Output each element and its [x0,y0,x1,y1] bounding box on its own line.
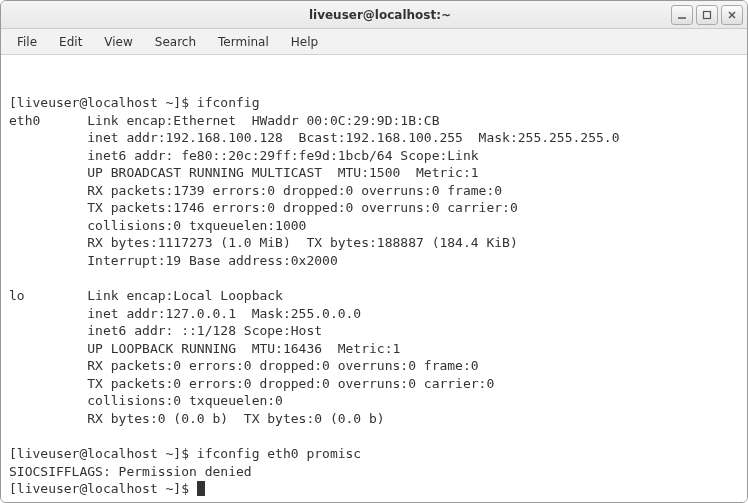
menu-edit[interactable]: Edit [49,32,92,52]
terminal-line: [liveuser@localhost ~]$ ifconfig eth0 pr… [9,445,739,463]
terminal-line: lo Link encap:Local Loopback [9,287,739,305]
terminal-line: RX bytes:0 (0.0 b) TX bytes:0 (0.0 b) [9,410,739,428]
terminal-line: TX packets:1746 errors:0 dropped:0 overr… [9,199,739,217]
minimize-button[interactable] [671,5,693,25]
terminal-line: inet6 addr: ::1/128 Scope:Host [9,322,739,340]
terminal-line: UP BROADCAST RUNNING MULTICAST MTU:1500 … [9,164,739,182]
terminal-line: RX bytes:1117273 (1.0 MiB) TX bytes:1888… [9,234,739,252]
window-title: liveuser@localhost:~ [309,8,451,22]
minimize-icon [677,10,687,20]
svg-rect-1 [703,11,710,18]
terminal-line: inet addr:192.168.100.128 Bcast:192.168.… [9,129,739,147]
menu-view[interactable]: View [94,32,142,52]
close-button[interactable] [721,5,743,25]
terminal-output[interactable]: [liveuser@localhost ~]$ ifconfigeth0 Lin… [1,55,747,502]
terminal-cursor [197,481,205,496]
menu-search[interactable]: Search [145,32,206,52]
terminal-line: RX packets:0 errors:0 dropped:0 overruns… [9,357,739,375]
terminal-line: [liveuser@localhost ~]$ ifconfig [9,94,739,112]
close-icon [727,10,737,20]
prompt-current: [liveuser@localhost ~]$ [9,481,197,496]
maximize-button[interactable] [696,5,718,25]
terminal-line: inet addr:127.0.0.1 Mask:255.0.0.0 [9,305,739,323]
maximize-icon [702,10,712,20]
terminal-line: collisions:0 txqueuelen:1000 [9,217,739,235]
terminal-line [9,427,739,445]
terminal-line: TX packets:0 errors:0 dropped:0 overruns… [9,375,739,393]
window-controls [671,5,743,25]
menubar: File Edit View Search Terminal Help [1,29,747,55]
terminal-line: collisions:0 txqueuelen:0 [9,392,739,410]
terminal-line: SIOCSIFFLAGS: Permission denied [9,463,739,481]
terminal-line: eth0 Link encap:Ethernet HWaddr 00:0C:29… [9,112,739,130]
terminal-line: UP LOOPBACK RUNNING MTU:16436 Metric:1 [9,340,739,358]
menu-help[interactable]: Help [281,32,328,52]
terminal-line: inet6 addr: fe80::20c:29ff:fe9d:1bcb/64 … [9,147,739,165]
window-titlebar: liveuser@localhost:~ [1,1,747,29]
menu-terminal[interactable]: Terminal [208,32,279,52]
terminal-line: RX packets:1739 errors:0 dropped:0 overr… [9,182,739,200]
terminal-line: Interrupt:19 Base address:0x2000 [9,252,739,270]
menu-file[interactable]: File [7,32,47,52]
terminal-line [9,270,739,288]
